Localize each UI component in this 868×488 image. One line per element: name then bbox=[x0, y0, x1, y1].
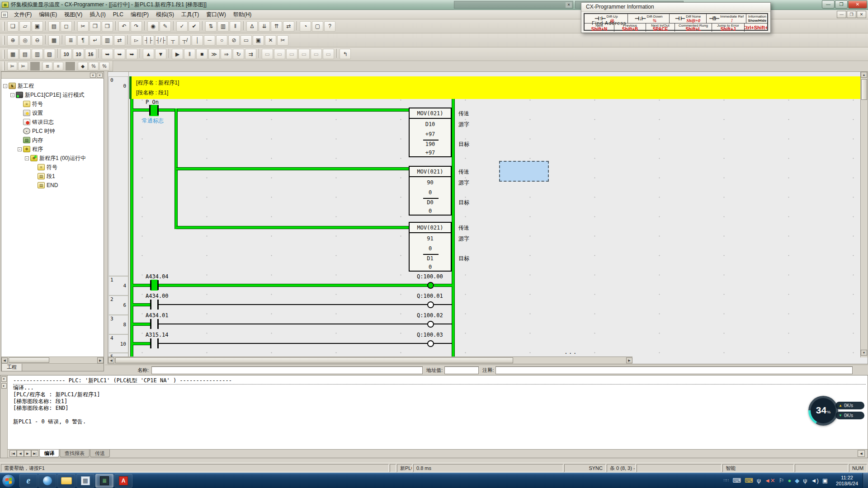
sep[interactable] bbox=[66, 62, 75, 70]
work-online-icon[interactable]: ⇅ bbox=[205, 21, 217, 32]
display-hex-icon[interactable]: 16 bbox=[85, 49, 96, 59]
contact-label[interactable]: A434.00 bbox=[146, 293, 169, 299]
rung-number-block[interactable]: 14 bbox=[108, 276, 128, 296]
taskbar-calculator[interactable]: ▦ bbox=[76, 474, 94, 488]
ladder-horizontal-scrollbar[interactable]: ◀ ▶ bbox=[108, 357, 632, 364]
menu-tools[interactable]: 工具(T) bbox=[178, 10, 203, 19]
scrollbar-thumb[interactable] bbox=[9, 357, 49, 363]
tab-compile[interactable]: 编译 bbox=[39, 450, 59, 457]
rung-number-block[interactable]: 00 bbox=[108, 76, 128, 276]
pause-monitor-icon[interactable]: ‖ bbox=[230, 21, 241, 32]
step-in-icon[interactable]: ⇒ bbox=[221, 49, 232, 59]
sep[interactable] bbox=[144, 21, 145, 30]
address-value-input[interactable] bbox=[444, 366, 479, 374]
go-next-icon[interactable]: ➥ bbox=[114, 49, 125, 59]
dock-menu-icon[interactable]: ▾ bbox=[90, 73, 96, 78]
tree-horizontal-scrollbar[interactable]: ◀ ▶ bbox=[1, 357, 104, 363]
sep[interactable] bbox=[115, 21, 116, 30]
sep[interactable] bbox=[57, 49, 58, 58]
mdi-restore-button[interactable]: ❐ bbox=[847, 11, 856, 18]
rung-number-block[interactable]: 410 bbox=[108, 334, 128, 353]
cut-icon[interactable]: ✂ bbox=[77, 21, 89, 32]
function-block-icon[interactable]: ▣ bbox=[253, 35, 264, 46]
tree-item[interactable]: ≡ 符号 bbox=[1, 99, 104, 108]
dest-operand[interactable]: 190 bbox=[410, 141, 451, 147]
tree-item[interactable]: 错误日志 bbox=[1, 117, 104, 127]
symbol-table-icon[interactable]: ≣ bbox=[65, 35, 76, 46]
output-coil[interactable] bbox=[427, 301, 434, 308]
sep[interactable] bbox=[127, 35, 128, 44]
menu-simulation[interactable]: 模拟(S) bbox=[152, 10, 178, 19]
sep[interactable] bbox=[62, 35, 63, 44]
dest-operand[interactable]: D1 bbox=[410, 255, 451, 262]
scroll-right-icon[interactable]: ▶ bbox=[97, 357, 104, 363]
stop-icon[interactable]: ■ bbox=[196, 49, 208, 59]
menu-insert[interactable]: 插入(I) bbox=[86, 10, 109, 19]
action-center-flag-icon[interactable]: ⚐ bbox=[779, 478, 784, 483]
sep[interactable] bbox=[45, 21, 46, 30]
close-icon[interactable]: ✕ bbox=[1, 376, 7, 382]
coil-icon[interactable]: ○ bbox=[216, 35, 227, 46]
taskbar-ie[interactable]: e bbox=[19, 474, 38, 488]
horizontal-line-icon[interactable]: ─ bbox=[204, 35, 215, 46]
rung-number-block[interactable]: 38 bbox=[108, 315, 128, 334]
tab-project[interactable]: 工程 bbox=[1, 364, 22, 371]
scroll-up-icon[interactable]: ▲ bbox=[861, 72, 867, 78]
rung-down-icon[interactable]: ≡ bbox=[53, 62, 63, 70]
compile-icon[interactable]: ✓ bbox=[176, 21, 188, 32]
sep[interactable] bbox=[259, 49, 259, 58]
menu-window[interactable]: 窗口(W) bbox=[203, 10, 229, 19]
output-coil[interactable] bbox=[427, 321, 434, 328]
comment-input[interactable] bbox=[495, 366, 853, 374]
coil-nc-icon[interactable]: ⊘ bbox=[228, 35, 240, 46]
menu-plc[interactable]: PLC bbox=[109, 10, 127, 19]
compile-output-text[interactable]: ---------------- PLC: '新PLC1' (PLC机型 'CP… bbox=[8, 375, 868, 449]
option-icon[interactable]: ▭ bbox=[298, 49, 310, 59]
scrollbar-thumb[interactable] bbox=[861, 79, 867, 100]
close-icon[interactable]: ✕ bbox=[566, 2, 572, 8]
go-error-icon[interactable]: ➥ bbox=[126, 49, 137, 59]
tab-transfer[interactable]: 传送 bbox=[90, 450, 110, 457]
symbols-window-icon[interactable]: ▤ bbox=[19, 49, 31, 59]
outdent-icon[interactable]: ⊨ bbox=[18, 62, 28, 70]
source-operand[interactable]: 90 bbox=[410, 179, 451, 186]
set-value-icon[interactable]: ▲ bbox=[143, 49, 154, 59]
tree-item[interactable]: - ♞ 新工程 bbox=[1, 81, 104, 90]
help-icon[interactable]: ? bbox=[324, 21, 335, 32]
name-input[interactable] bbox=[151, 366, 423, 374]
tree-item[interactable]: ▤ 段1 bbox=[1, 172, 104, 181]
taskbar-cx-programmer[interactable]: ≣ bbox=[95, 474, 113, 488]
maximize-button[interactable]: ❐ bbox=[835, 0, 848, 9]
volume-muted-icon[interactable]: ◄✕ bbox=[764, 478, 775, 483]
zoom-in-icon[interactable]: ⊕ bbox=[7, 35, 19, 46]
show-desktop-button[interactable] bbox=[863, 473, 868, 488]
security-shield-icon[interactable]: ◆ bbox=[795, 478, 799, 483]
input-method-icon[interactable]: ⌨ bbox=[745, 478, 753, 483]
sep[interactable] bbox=[297, 21, 297, 30]
find-icon[interactable]: ◉ bbox=[147, 21, 159, 32]
scan-run-icon[interactable]: ⇉ bbox=[245, 49, 256, 59]
diff-monitor-icon[interactable]: ∆ bbox=[246, 21, 258, 32]
sep[interactable] bbox=[336, 49, 337, 58]
scroll-left-icon[interactable]: ◀ bbox=[1, 357, 8, 363]
option-icon[interactable]: ▭ bbox=[262, 49, 273, 59]
sep[interactable] bbox=[99, 49, 99, 58]
monitor-pct2-icon[interactable]: % bbox=[99, 62, 109, 70]
source-operand[interactable]: D10 bbox=[410, 121, 451, 127]
zoom-reset-icon[interactable]: ◎ bbox=[19, 35, 31, 46]
tree-item[interactable]: ▤ 内存 bbox=[1, 136, 104, 145]
contact-no-icon[interactable]: ┤├ bbox=[143, 35, 154, 46]
step-run-icon[interactable]: ≫ bbox=[208, 49, 220, 59]
coil-label[interactable]: Q:100.01 bbox=[417, 293, 443, 299]
tree-item[interactable]: ≡ 符号 bbox=[1, 163, 104, 172]
display-decimal-icon[interactable]: 10 bbox=[61, 49, 72, 59]
select-tool-icon[interactable]: ▻ bbox=[131, 35, 142, 46]
cross-reference-icon[interactable]: ⇄ bbox=[114, 35, 125, 46]
monitor-pct-icon[interactable]: % bbox=[89, 62, 99, 70]
compile-all-icon[interactable]: ✔ bbox=[189, 21, 200, 32]
tab-scroll-last[interactable]: ▶| bbox=[31, 450, 38, 457]
expander-icon[interactable]: - bbox=[18, 147, 22, 151]
pause-icon[interactable]: ‖ bbox=[184, 49, 195, 59]
expand-icon[interactable]: ▸ bbox=[1, 383, 7, 389]
display-signed-decimal-icon[interactable]: 10 bbox=[73, 49, 84, 59]
